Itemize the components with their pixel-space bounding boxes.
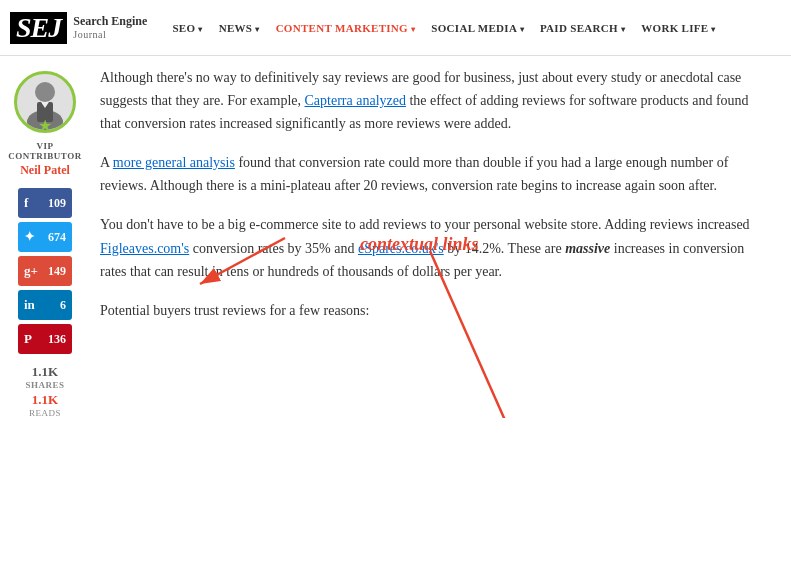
p3-italic-text: massive xyxy=(565,241,610,256)
espares-link[interactable]: eSpares.co.uk's xyxy=(358,241,444,256)
googleplus-share-button[interactable]: g+ 149 xyxy=(18,256,72,286)
shares-count: 1.1K xyxy=(25,364,64,380)
googleplus-icon: g+ xyxy=(24,263,38,279)
site-logo[interactable]: SEJ Search Engine Journal xyxy=(10,12,147,44)
twitter-icon: ✦ xyxy=(24,229,35,245)
main-nav: SEO ▾ NEWS ▾ CONTENT MARKETING ▾ SOCIAL … xyxy=(165,22,781,34)
svg-point-0 xyxy=(35,82,55,102)
logo-sej-text: SEJ xyxy=(10,12,67,44)
facebook-count: 109 xyxy=(48,196,66,211)
paragraph-1: Although there's no way to definitively … xyxy=(100,66,761,135)
nav-news[interactable]: NEWS ▾ xyxy=(212,22,267,34)
nav-work-life[interactable]: WORK LIFE ▾ xyxy=(634,22,723,34)
twitter-count: 674 xyxy=(48,230,66,245)
site-header: SEJ Search Engine Journal SEO ▾ NEWS ▾ C… xyxy=(0,0,791,56)
paragraph-3: You don't have to be a big e-commerce si… xyxy=(100,213,761,282)
reads-total: 1.1K READS xyxy=(29,392,61,418)
vip-label: VIP CONTRIBUTOR xyxy=(0,141,90,161)
facebook-icon: f xyxy=(24,195,28,211)
nav-content-marketing[interactable]: CONTENT MARKETING ▾ xyxy=(269,22,423,34)
shares-label: SHARES xyxy=(25,380,64,390)
paragraph-4: Potential buyers trust reviews for a few… xyxy=(100,299,761,322)
nav-seo[interactable]: SEO ▾ xyxy=(165,22,209,34)
p3-text-before: You don't have to be a big e-commerce si… xyxy=(100,217,750,232)
p2-text-before: A xyxy=(100,155,113,170)
shares-total: 1.1K SHARES xyxy=(25,364,64,390)
article-content: Although there's no way to definitively … xyxy=(90,66,791,418)
linkedin-count: 6 xyxy=(60,298,66,313)
avatar-wrap: ★ xyxy=(14,71,76,133)
author-name[interactable]: Neil Patel xyxy=(20,163,70,178)
nav-social-media[interactable]: SOCIAL MEDIA ▾ xyxy=(424,22,531,34)
sidebar: ★ VIP CONTRIBUTOR Neil Patel f 109 ✦ 674… xyxy=(0,66,90,418)
p4-text: Potential buyers trust reviews for a few… xyxy=(100,303,369,318)
p3-text-after: by 14.2%. These are xyxy=(444,241,565,256)
twitter-share-button[interactable]: ✦ 674 xyxy=(18,222,72,252)
reads-label: READS xyxy=(29,408,61,418)
capterra-link[interactable]: Capterra analyzed xyxy=(305,93,406,108)
main-container: ★ VIP CONTRIBUTOR Neil Patel f 109 ✦ 674… xyxy=(0,56,791,418)
facebook-share-button[interactable]: f 109 xyxy=(18,188,72,218)
linkedin-icon: in xyxy=(24,297,35,313)
logo-line2: Journal xyxy=(73,29,147,40)
reads-count: 1.1K xyxy=(29,392,61,408)
logo-line1: Search Engine xyxy=(73,15,147,28)
vip-star-icon: ★ xyxy=(38,116,52,135)
figleaves-link[interactable]: Figleaves.com's xyxy=(100,241,189,256)
paragraph-2: A more general analysis found that conve… xyxy=(100,151,761,197)
nav-paid-search[interactable]: PAID SEARCH ▾ xyxy=(533,22,632,34)
p3-text-mid: conversion rates by 35% and xyxy=(189,241,358,256)
googleplus-count: 149 xyxy=(48,264,66,279)
pinterest-share-button[interactable]: P 136 xyxy=(18,324,72,354)
pinterest-count: 136 xyxy=(48,332,66,347)
linkedin-share-button[interactable]: in 6 xyxy=(18,290,72,320)
pinterest-icon: P xyxy=(24,331,32,347)
general-analysis-link[interactable]: more general analysis xyxy=(113,155,235,170)
